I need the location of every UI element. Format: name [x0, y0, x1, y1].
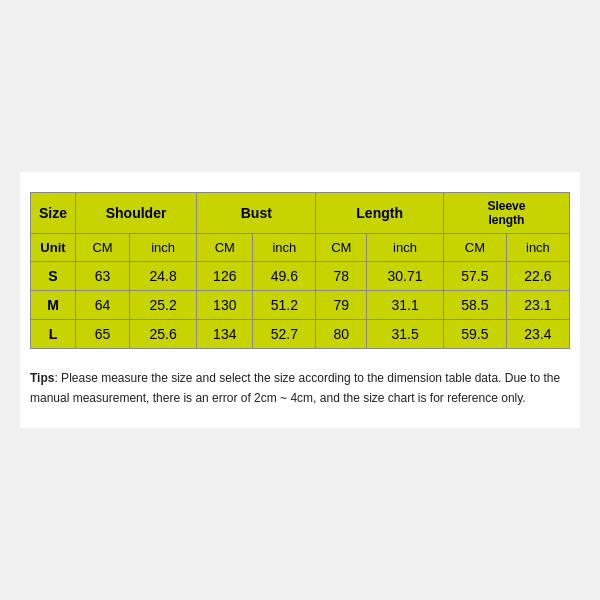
l-bust-cm: 134 — [197, 320, 253, 349]
m-shoulder-cm: 64 — [76, 291, 130, 320]
m-length-cm: 79 — [316, 291, 367, 320]
unit-row: Unit CM inch CM inch CM inch CM inch — [31, 234, 570, 262]
sleeve-cm-unit: CM — [443, 234, 506, 262]
bust-cm-unit: CM — [197, 234, 253, 262]
l-length-inch: 31.5 — [367, 320, 444, 349]
unit-label: Unit — [31, 234, 76, 262]
table-row: L 65 25.6 134 52.7 80 31.5 59.5 23.4 — [31, 320, 570, 349]
bust-header: Bust — [197, 193, 316, 234]
size-s: S — [31, 262, 76, 291]
l-length-cm: 80 — [316, 320, 367, 349]
m-sleeve-cm: 58.5 — [443, 291, 506, 320]
bust-inch-unit: inch — [253, 234, 316, 262]
l-sleeve-inch: 23.4 — [506, 320, 569, 349]
l-shoulder-cm: 65 — [76, 320, 130, 349]
sleeve-inch-unit: inch — [506, 234, 569, 262]
s-bust-inch: 49.6 — [253, 262, 316, 291]
shoulder-cm-unit: CM — [76, 234, 130, 262]
s-sleeve-cm: 57.5 — [443, 262, 506, 291]
table-row: S 63 24.8 126 49.6 78 30.71 57.5 22.6 — [31, 262, 570, 291]
sleeve-header: Sleevelength — [443, 193, 569, 234]
tips-text: : Please measure the size and select the… — [30, 371, 560, 404]
tips-section: Tips: Please measure the size and select… — [30, 369, 570, 407]
l-shoulder-inch: 25.6 — [130, 320, 197, 349]
s-sleeve-inch: 22.6 — [506, 262, 569, 291]
s-shoulder-inch: 24.8 — [130, 262, 197, 291]
l-sleeve-cm: 59.5 — [443, 320, 506, 349]
s-length-inch: 30.71 — [367, 262, 444, 291]
m-shoulder-inch: 25.2 — [130, 291, 197, 320]
tips-label: Tips — [30, 371, 54, 385]
m-length-inch: 31.1 — [367, 291, 444, 320]
length-cm-unit: CM — [316, 234, 367, 262]
length-inch-unit: inch — [367, 234, 444, 262]
s-shoulder-cm: 63 — [76, 262, 130, 291]
main-container: Size Shoulder Bust Length Sleevelength U… — [20, 172, 580, 427]
length-header: Length — [316, 193, 443, 234]
s-bust-cm: 126 — [197, 262, 253, 291]
table-row: M 64 25.2 130 51.2 79 31.1 58.5 23.1 — [31, 291, 570, 320]
size-header: Size — [31, 193, 76, 234]
l-bust-inch: 52.7 — [253, 320, 316, 349]
size-l: L — [31, 320, 76, 349]
header-row: Size Shoulder Bust Length Sleevelength — [31, 193, 570, 234]
m-sleeve-inch: 23.1 — [506, 291, 569, 320]
m-bust-inch: 51.2 — [253, 291, 316, 320]
shoulder-header: Shoulder — [76, 193, 197, 234]
size-table: Size Shoulder Bust Length Sleevelength U… — [30, 192, 570, 349]
s-length-cm: 78 — [316, 262, 367, 291]
m-bust-cm: 130 — [197, 291, 253, 320]
size-m: M — [31, 291, 76, 320]
shoulder-inch-unit: inch — [130, 234, 197, 262]
